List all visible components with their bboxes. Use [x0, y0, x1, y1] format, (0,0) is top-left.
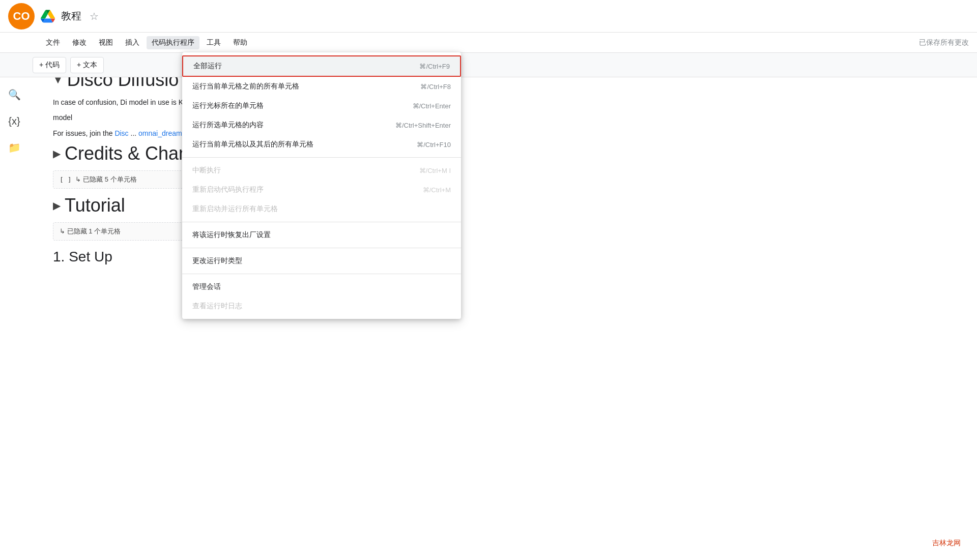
run-after-shortcut: ⌘/Ctrl+F10 [417, 141, 451, 149]
run-after-label: 运行当前单元格以及其后的所有单元格 [192, 140, 313, 149]
restart-shortcut: ⌘/Ctrl+M [423, 186, 451, 194]
run-after-option[interactable]: 运行当前单元格以及其后的所有单元格 ⌘/Ctrl+F10 [182, 135, 461, 154]
change-runtime-label: 更改运行时类型 [192, 256, 242, 266]
dropdown-menu: 全部运行 ⌘/Ctrl+F9 运行当前单元格之前的所有单元格 ⌘/Ctrl+F8… [182, 52, 461, 319]
interrupt-shortcut: ⌘/Ctrl+M I [419, 167, 451, 174]
factory-reset-option[interactable]: 将该运行时恢复出厂设置 [182, 225, 461, 245]
run-selected-label: 运行所选单元格的内容 [192, 121, 264, 130]
run-all-label: 全部运行 [193, 62, 222, 71]
divider3 [182, 248, 461, 248]
run-before-option[interactable]: 运行当前单元格之前的所有单元格 ⌘/Ctrl+F8 [182, 77, 461, 96]
view-logs-option: 查看运行时日志 [182, 297, 461, 316]
divider2 [182, 222, 461, 222]
interrupt-label: 中断执行 [192, 166, 221, 175]
dropdown-overlay[interactable]: 全部运行 ⌘/Ctrl+F9 运行当前单元格之前的所有单元格 ⌘/Ctrl+F8… [0, 0, 977, 560]
run-all-shortcut: ⌘/Ctrl+F9 [419, 63, 450, 70]
interrupt-option: 中断执行 ⌘/Ctrl+M I [182, 161, 461, 180]
run-before-shortcut: ⌘/Ctrl+F8 [420, 83, 451, 91]
restart-run-all-option: 重新启动并运行所有单元格 [182, 199, 461, 219]
manage-sessions-label: 管理会话 [192, 282, 221, 291]
restart-label: 重新启动代码执行程序 [192, 185, 264, 194]
run-before-label: 运行当前单元格之前的所有单元格 [192, 82, 299, 91]
restart-option: 重新启动代码执行程序 ⌘/Ctrl+M [182, 180, 461, 199]
divider4 [182, 274, 461, 274]
run-cursor-label: 运行光标所在的单元格 [192, 101, 264, 110]
divider1 [182, 157, 461, 158]
run-selected-option[interactable]: 运行所选单元格的内容 ⌘/Ctrl+Shift+Enter [182, 115, 461, 135]
run-all-option[interactable]: 全部运行 ⌘/Ctrl+F9 [182, 55, 461, 77]
manage-sessions-option[interactable]: 管理会话 [182, 277, 461, 297]
change-runtime-option[interactable]: 更改运行时类型 [182, 251, 461, 271]
run-selected-shortcut: ⌘/Ctrl+Shift+Enter [395, 122, 451, 129]
run-cursor-option[interactable]: 运行光标所在的单元格 ⌘/Ctrl+Enter [182, 96, 461, 115]
factory-reset-label: 将该运行时恢复出厂设置 [192, 230, 271, 240]
run-cursor-shortcut: ⌘/Ctrl+Enter [413, 102, 451, 110]
view-logs-label: 查看运行时日志 [192, 302, 242, 311]
restart-run-all-label: 重新启动并运行所有单元格 [192, 204, 278, 214]
